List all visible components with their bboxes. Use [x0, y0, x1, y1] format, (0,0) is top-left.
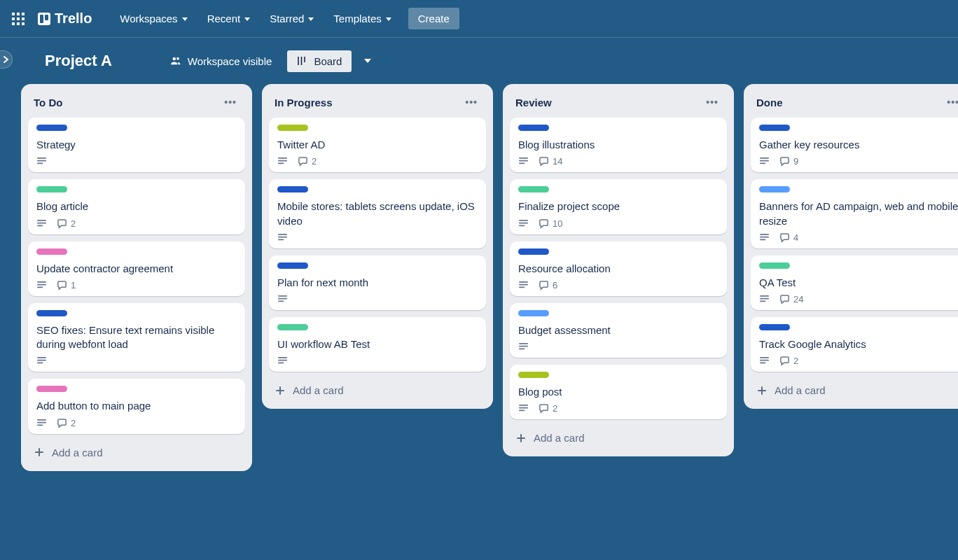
add-card-button[interactable]: Add a card — [28, 441, 245, 464]
visibility-button[interactable]: Workspace visible — [161, 50, 281, 72]
card[interactable]: Blog illustrations14 — [510, 118, 727, 172]
list-title[interactable]: Done — [756, 97, 783, 108]
card-badges: 2 — [36, 218, 237, 229]
card-title: Blog post — [518, 385, 718, 399]
card-label[interactable] — [518, 125, 549, 131]
card-label[interactable] — [759, 125, 790, 131]
svg-rect-2 — [22, 13, 25, 15]
comment-icon — [779, 356, 790, 366]
svg-rect-7 — [17, 22, 20, 25]
description-icon — [277, 294, 288, 304]
card-badges: 4 — [759, 232, 958, 243]
nav-recent[interactable]: Recent — [199, 8, 259, 29]
plus-icon — [515, 433, 527, 444]
add-card-button[interactable]: Add a card — [269, 379, 486, 402]
comments-badge: 2 — [57, 218, 76, 229]
list: Review•••Blog illustrations14Finalize pr… — [503, 84, 734, 456]
comments-count: 2 — [71, 218, 76, 229]
card-title: Track Google Analytics — [759, 337, 958, 351]
card[interactable]: Track Google Analytics2 — [751, 317, 958, 372]
card[interactable]: Mobile stores: tablets screens update, i… — [269, 179, 486, 248]
list-title[interactable]: In Progress — [275, 97, 333, 108]
add-card-label: Add a card — [293, 384, 344, 396]
card-label[interactable] — [36, 386, 67, 392]
add-card-button[interactable]: Add a card — [751, 379, 958, 402]
list-menu-button[interactable]: ••• — [703, 94, 721, 111]
card[interactable]: Budget assessment — [510, 303, 727, 358]
card-label[interactable] — [36, 248, 67, 255]
card-label[interactable] — [518, 248, 549, 255]
card[interactable]: Blog post2 — [510, 365, 727, 419]
comments-count: 14 — [553, 156, 562, 167]
description-badge — [518, 156, 529, 167]
top-nav: Trello Workspaces Recent Starred Templat… — [0, 0, 958, 38]
card-title: Budget assessment — [518, 323, 718, 337]
add-card-button[interactable]: Add a card — [510, 426, 727, 449]
board-canvas: To Do•••StrategyBlog article2Update cont… — [0, 84, 958, 560]
card-label[interactable] — [759, 262, 790, 269]
card-label[interactable] — [277, 324, 308, 330]
card[interactable]: Resource allocation6 — [510, 241, 727, 296]
card[interactable]: QA Test24 — [751, 255, 958, 310]
nav-templates[interactable]: Templates — [325, 8, 399, 29]
comments-count: 1 — [71, 280, 76, 290]
view-dropdown-button[interactable] — [359, 54, 377, 68]
description-badge — [36, 356, 47, 366]
card-label[interactable] — [518, 310, 549, 316]
card-badges: 2 — [36, 418, 237, 428]
card-badges: 14 — [518, 156, 718, 167]
card-title: Banners for AD campaign, web and mobile … — [759, 200, 958, 228]
description-icon — [36, 280, 47, 290]
comments-badge: 9 — [779, 156, 798, 167]
card-label[interactable] — [277, 262, 308, 269]
card-title: Twitter AD — [277, 138, 478, 152]
description-badge — [759, 232, 770, 243]
plus-icon — [34, 447, 45, 458]
card-label[interactable] — [759, 186, 790, 192]
card[interactable]: Update contractor agreement1 — [28, 241, 245, 296]
nav-workspaces[interactable]: Workspaces — [111, 8, 195, 29]
board-title[interactable]: Project A — [38, 49, 119, 73]
card[interactable]: Finalize project scope10 — [510, 179, 727, 234]
app-switcher-button[interactable] — [7, 8, 29, 30]
trello-logo[interactable]: Trello — [32, 8, 97, 29]
card-label[interactable] — [277, 125, 308, 131]
comment-icon — [779, 232, 790, 243]
card-badges: 2 — [277, 156, 478, 167]
card[interactable]: SEO fixes: Ensure text remains visible d… — [28, 303, 245, 372]
description-icon — [277, 156, 288, 167]
comments-badge: 14 — [539, 156, 562, 167]
description-icon — [759, 356, 770, 366]
card[interactable]: Add button to main page2 — [28, 379, 245, 433]
description-icon — [36, 356, 47, 366]
card-label[interactable] — [277, 186, 308, 192]
description-icon — [277, 356, 288, 366]
list-menu-button[interactable]: ••• — [462, 94, 480, 111]
list-title[interactable]: To Do — [34, 97, 62, 108]
card-badges — [36, 156, 237, 167]
chevron-right-icon — [4, 56, 9, 63]
card-label[interactable] — [759, 324, 790, 330]
card[interactable]: Blog article2 — [28, 179, 245, 234]
card-label[interactable] — [36, 125, 67, 131]
list-menu-button[interactable]: ••• — [221, 94, 240, 111]
card[interactable]: Gather key resources9 — [751, 118, 958, 172]
card[interactable]: Plan for next month — [269, 255, 486, 310]
card-label[interactable] — [518, 186, 549, 192]
view-switcher-button[interactable]: Board — [287, 50, 352, 72]
nav-starred[interactable]: Starred — [261, 8, 322, 29]
description-badge — [36, 280, 47, 290]
card[interactable]: Twitter AD2 — [269, 118, 486, 172]
create-button[interactable]: Create — [408, 8, 459, 29]
card[interactable]: Strategy — [28, 118, 245, 172]
card-title: Blog article — [36, 200, 237, 214]
card[interactable]: Banners for AD campaign, web and mobile … — [751, 179, 958, 248]
list-menu-button[interactable]: ••• — [944, 94, 958, 111]
chevron-down-icon — [364, 59, 371, 63]
card-label[interactable] — [36, 186, 67, 192]
list-title[interactable]: Review — [515, 97, 552, 108]
card-label[interactable] — [518, 372, 549, 378]
description-badge — [277, 356, 288, 366]
card[interactable]: UI workflow AB Test — [269, 317, 486, 372]
card-label[interactable] — [36, 310, 67, 316]
